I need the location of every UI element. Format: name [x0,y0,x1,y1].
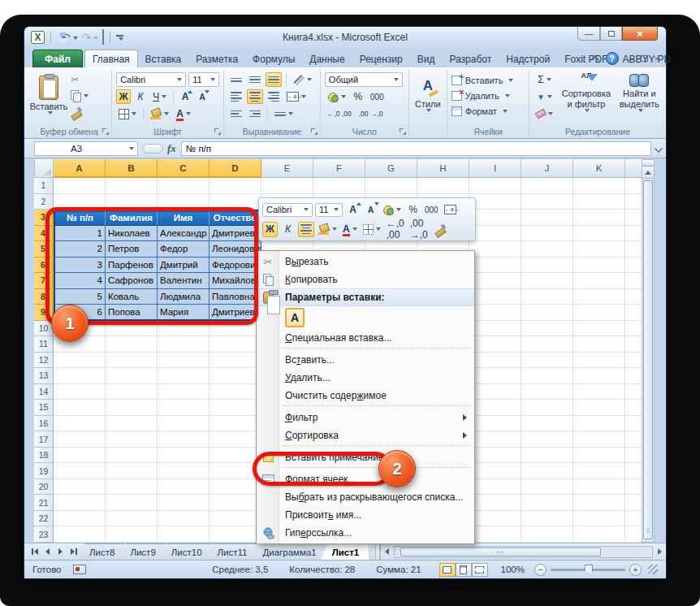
number-format-select[interactable]: Общий [325,72,403,87]
mini-center-button[interactable] [298,222,314,237]
table-header-cell[interactable]: Отчество [210,211,261,226]
fill-color-button[interactable] [148,106,171,121]
ribbon-tab-file[interactable]: Файл [32,50,83,67]
table-cell[interactable]: Мария [158,305,210,321]
table-cell[interactable]: Леонидович [210,241,261,258]
merge-center-button[interactable] [284,89,309,104]
row-header-4[interactable]: 4 [34,226,54,242]
table-cell[interactable]: Дмитриевна [210,305,261,321]
font-size-select[interactable]: 11 [188,72,219,87]
table-cell[interactable]: Парфенов [106,258,158,274]
top-align-button[interactable] [228,72,244,87]
row-header-21[interactable]: 21 [34,495,54,511]
row-header-19[interactable]: 19 [34,463,54,479]
resize-grip[interactable] [648,565,658,574]
page-layout-view-button[interactable] [456,563,472,577]
menu-item-clear-contents[interactable]: Очистить содержимое [257,387,474,405]
increase-decimal-button[interactable]: ←,0 ,00 [325,106,354,121]
bottom-align-button[interactable] [266,72,282,87]
orientation-button[interactable] [291,72,314,87]
column-header-K[interactable]: K [573,159,625,178]
selected-table[interactable]: № п/пФамилияИмяОтчество1НиколаевАлександ… [54,210,261,321]
row-header-12[interactable]: 12 [34,353,54,369]
ribbon-tab-addins[interactable]: Надстрой [499,50,557,67]
zoom-thumb[interactable] [585,565,593,575]
dialog-launcher-icon[interactable] [311,128,318,136]
dialog-launcher-icon[interactable] [102,128,110,136]
formula-bar-collapse[interactable] [142,144,163,154]
table-cell[interactable]: Михайлович [210,273,261,289]
sheet-tab-sheet1[interactable]: Лист1 [321,543,369,560]
mini-format-painter-button[interactable] [432,222,447,237]
table-cell[interactable]: Николаев [106,226,158,242]
mini-font-size-select[interactable]: 11 [315,203,343,217]
ribbon-tab-home[interactable]: Главная [84,50,138,67]
shrink-font-button[interactable]: A [195,89,210,104]
last-sheet-button[interactable] [68,547,79,557]
mini-percent-button[interactable]: % [405,202,421,218]
scroll-up-button[interactable] [642,167,654,179]
menu-item-cut[interactable]: ✂Вырезать [257,253,474,271]
table-header-cell[interactable]: Фамилия [106,211,158,226]
row-header-18[interactable]: 18 [34,448,54,464]
row-header-23[interactable]: 23 [34,526,54,543]
font-name-select[interactable]: Calibri [116,72,186,87]
sheet-tab-sheet8[interactable]: Лист8 [78,543,124,560]
italic-button[interactable]: К [133,89,148,104]
fx-icon[interactable]: fx [167,142,176,155]
table-cell[interactable]: Людмила [158,289,210,305]
copy-button[interactable] [69,89,90,103]
help-button[interactable]: ? [606,52,619,65]
zoom-track[interactable] [551,569,625,571]
row-header-5[interactable]: 5 [34,241,54,258]
table-header-cell[interactable]: Имя [158,211,210,226]
column-header-A[interactable]: A [54,159,106,178]
table-cell[interactable]: 4 [54,273,106,289]
table-header-cell[interactable]: № п/п [54,211,106,226]
scroll-right-button[interactable] [654,546,666,558]
underline-button[interactable]: Ч [150,89,169,104]
percent-style-button[interactable]: % [351,89,365,104]
table-cell[interactable]: Валентин [158,273,210,289]
sheet-tab-sheet11[interactable]: Лист11 [206,543,257,560]
normal-view-button[interactable] [439,563,456,577]
ribbon-tab-formulas[interactable]: Формулы [245,50,302,67]
name-box[interactable]: A3 [34,141,138,156]
ribbon-tab-page-layout[interactable]: Разметка [188,50,245,67]
menu-item-filter[interactable]: Фильтр [257,409,474,426]
font-color-button[interactable]: A [174,106,193,121]
workbook-close-button[interactable]: × [655,54,659,63]
column-header-D[interactable]: D [210,159,261,178]
row-header-2[interactable]: 2 [34,194,54,210]
row-header-15[interactable]: 15 [34,400,54,416]
row-header-1[interactable]: 1 [34,178,54,194]
table-cell[interactable]: 5 [54,289,106,305]
borders-button[interactable] [116,106,139,121]
menu-item-paste-options[interactable]: Параметры вставки: [257,288,474,306]
column-header-L[interactable]: L [625,159,642,178]
mini-fill-color-button[interactable] [317,222,339,237]
mini-font-name-select[interactable]: Calibri [262,203,313,217]
delete-cells-button[interactable]: Удалить [452,88,525,103]
table-cell[interactable]: Павловна [210,289,261,305]
cell-styles-icon[interactable]: A [417,76,439,97]
clear-button[interactable] [534,106,555,121]
select-all-corner[interactable] [34,159,54,178]
mini-bold-button[interactable]: Ж [262,222,278,237]
table-cell[interactable]: Дмитриевич [210,226,261,242]
format-button[interactable]: Формат [452,103,525,119]
increase-indent-button[interactable] [247,106,263,121]
vertical-scrollbar[interactable] [642,159,655,543]
previous-sheet-button[interactable] [42,547,53,557]
table-cell[interactable]: Сафронов [106,273,158,289]
vertical-scroll-thumb[interactable] [643,180,653,539]
ribbon-tab-insert[interactable]: Вставка [138,50,189,67]
sort-filter-button[interactable]: АЯ Сортировка и фильтр [559,72,614,121]
table-cell[interactable]: Петров [106,241,158,258]
table-cell[interactable]: Попова [106,305,158,321]
align-right-button[interactable] [266,89,282,104]
row-header-14[interactable]: 14 [34,384,54,400]
mini-accounting-button[interactable] [381,202,403,218]
customize-qat-button[interactable] [116,35,123,41]
cut-button[interactable]: ✂ [69,72,90,87]
